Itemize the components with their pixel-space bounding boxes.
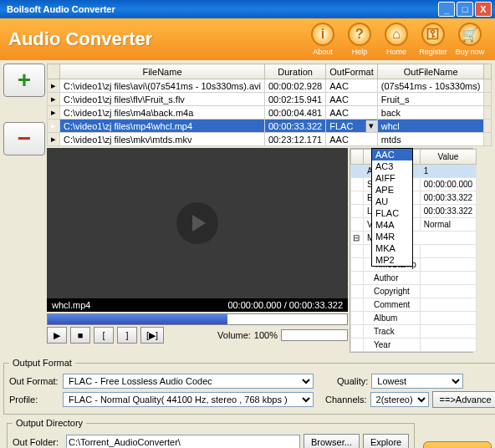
- format-option[interactable]: M4A: [372, 219, 412, 231]
- register-icon: ⚿: [421, 23, 445, 46]
- property-row[interactable]: Audio1: [351, 165, 477, 178]
- property-row[interactable]: Length00:00:33.322: [351, 205, 477, 218]
- titlebar: Boilsoft Audio Converter _ □ X: [0, 0, 495, 18]
- metadata-row[interactable]: Author: [351, 272, 477, 285]
- window-title: Boilsoft Audio Converter: [3, 4, 436, 14]
- time-bar: whcl.mp4 00:00:00.000 / 00:00:33.322: [47, 298, 348, 312]
- output-format-group: Output Format Out Format: FLAC - Free Lo…: [3, 358, 495, 415]
- out-folder-label: Out Folder:: [13, 437, 63, 447]
- metadata-row[interactable]: Album: [351, 312, 477, 325]
- col-filename[interactable]: FileName: [60, 64, 265, 79]
- file-grid[interactable]: FileName Duration OutFormat OutFileName …: [47, 64, 492, 146]
- explore-button[interactable]: Explore: [363, 434, 409, 448]
- header-home-button[interactable]: ⌂Home: [380, 23, 413, 56]
- quality-label: Quality:: [337, 376, 368, 386]
- scroll-stub: [484, 64, 492, 79]
- metadata-row[interactable]: Copyright: [351, 285, 477, 298]
- close-button[interactable]: X: [475, 2, 492, 17]
- file-row[interactable]: ▸C:\video1\zj files\m4a\back.m4a00:00:04…: [48, 106, 492, 120]
- tree-collapse-icon[interactable]: ⊟: [351, 232, 364, 245]
- output-directory-group: Output Directory Out Folder: Browser... …: [7, 418, 415, 448]
- start-button[interactable]: Start: [423, 441, 492, 448]
- col-duration[interactable]: Duration: [264, 64, 325, 79]
- out-folder-input[interactable]: [66, 435, 300, 448]
- file-row[interactable]: ▸C:\video1\zj files\mp4\whcl.mp400:00:33…: [48, 120, 492, 133]
- metadata-node[interactable]: ⊟Metadata: [351, 232, 477, 245]
- format-option[interactable]: MP2: [372, 254, 412, 266]
- row-handle-col: [48, 64, 60, 79]
- mark-out-button[interactable]: ]: [117, 327, 137, 344]
- browser-button[interactable]: Browser...: [304, 434, 360, 448]
- advance-button[interactable]: ==>Advance: [432, 391, 495, 408]
- metadata-row[interactable]: Comment: [351, 298, 477, 312]
- play-button[interactable]: ▶: [47, 327, 67, 344]
- format-dropdown-arrow[interactable]: ▾: [365, 120, 377, 132]
- channels-select[interactable]: 2(stereo): [370, 392, 429, 407]
- about-icon: i: [311, 23, 334, 46]
- volume-slider[interactable]: [281, 329, 348, 341]
- header-help-button[interactable]: ?Help: [343, 23, 376, 56]
- buy now-icon: 🛒: [458, 23, 482, 46]
- app-title: Audio Converter: [8, 28, 306, 50]
- metadata-row[interactable]: Year: [351, 339, 477, 352]
- prop-col-value[interactable]: Value: [420, 150, 476, 165]
- format-option[interactable]: AU: [372, 196, 412, 207]
- format-option[interactable]: APE: [372, 184, 412, 196]
- file-row[interactable]: ▸C:\video1\zj files\flv\Fruit_s.flv00:02…: [48, 93, 492, 106]
- mark-in-button[interactable]: [: [94, 327, 114, 344]
- col-outformat[interactable]: OutFormat: [326, 64, 378, 79]
- output-format-legend: Output Format: [9, 358, 75, 368]
- format-option[interactable]: FLAC: [372, 207, 412, 219]
- format-option[interactable]: AIFF: [372, 172, 412, 184]
- property-row[interactable]: Start00:00:00.000: [351, 178, 477, 191]
- metadata-row[interactable]: Title: [351, 245, 477, 258]
- property-row[interactable]: VolumeNormal: [351, 218, 477, 232]
- maximize-button[interactable]: □: [457, 2, 473, 17]
- out-format-label: Out Format:: [9, 376, 59, 386]
- profile-label: Profile:: [9, 395, 59, 405]
- header-buy-now-button[interactable]: 🛒Buy now: [453, 23, 487, 56]
- format-option[interactable]: AC3: [372, 160, 412, 172]
- out-format-select[interactable]: FLAC - Free Lossless Audio Codec: [63, 374, 314, 389]
- format-option[interactable]: MKA: [372, 242, 412, 254]
- home-icon: ⌂: [385, 23, 408, 46]
- header-about-button[interactable]: iAbout: [306, 23, 339, 56]
- header: Audio Converter iAbout?Help⌂Home⚿Registe…: [0, 18, 495, 60]
- play-overlay-icon[interactable]: [176, 202, 218, 244]
- range-button[interactable]: [▶]: [140, 327, 164, 344]
- quality-select[interactable]: Lowest: [371, 374, 463, 389]
- add-file-button[interactable]: +: [3, 64, 45, 97]
- current-file: whcl.mp4: [52, 300, 227, 310]
- channels-label: Channels:: [325, 395, 367, 405]
- file-row[interactable]: ▸C:\video1\zj files\avi\(07s541ms - 10s3…: [48, 79, 492, 93]
- remove-file-button[interactable]: −: [3, 122, 45, 155]
- tree-col: [351, 150, 364, 165]
- volume-value: 100%: [254, 330, 278, 340]
- minimize-button[interactable]: _: [438, 2, 455, 17]
- metadata-row[interactable]: Track: [351, 325, 477, 339]
- seek-slider[interactable]: [47, 313, 348, 325]
- video-preview[interactable]: [47, 148, 348, 298]
- file-row[interactable]: ▸C:\video1\zj files\mkv\mtds.mkv00:23:12…: [48, 133, 492, 146]
- format-option[interactable]: AAC: [372, 149, 412, 160]
- help-icon: ?: [348, 23, 371, 46]
- col-outfilename[interactable]: OutFileName: [377, 64, 484, 79]
- property-row[interactable]: End00:00:33.322: [351, 191, 477, 205]
- stop-button[interactable]: ■: [70, 327, 90, 344]
- header-register-button[interactable]: ⚿Register: [416, 23, 450, 56]
- format-dropdown-list[interactable]: AACAC3AIFFAPEAUFLACM4AM4RMKAMP2: [371, 148, 413, 267]
- volume-label: Volume:: [217, 330, 251, 340]
- format-option[interactable]: M4R: [372, 231, 412, 242]
- profile-select[interactable]: FLAC - Normal Quality( 44100 Hz, stereo …: [63, 392, 314, 407]
- metadata-row[interactable]: TimeStamp: [351, 258, 477, 272]
- time-display: 00:00:00.000 / 00:00:33.322: [227, 300, 343, 310]
- output-directory-legend: Output Directory: [13, 418, 86, 428]
